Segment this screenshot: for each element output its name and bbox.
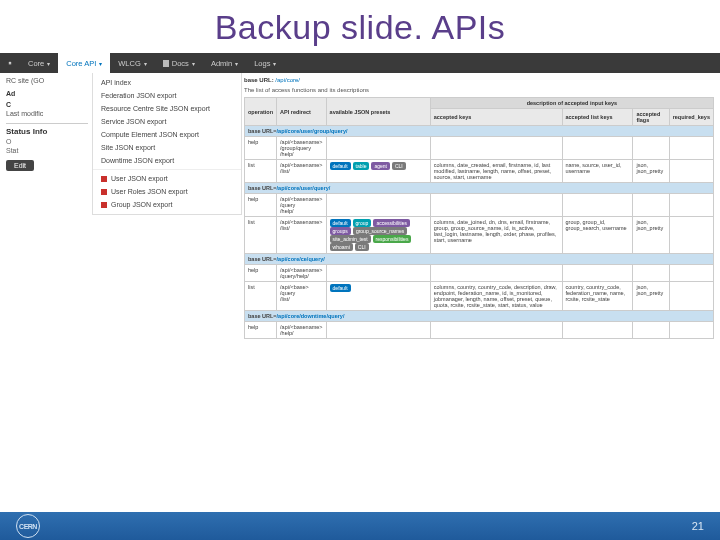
sidebar-status-b: Stat (6, 147, 88, 154)
section-base-url: base URL=/api/core/downtime/query/ (245, 311, 714, 322)
table-row: help/api/<basename> /query/help/ (245, 265, 714, 282)
app-frame: Core▾Core API▾WLCG▾Docs▾Admin▾Logs▾ RC s… (0, 53, 720, 339)
preset-badge[interactable]: site_admin_test (330, 235, 371, 243)
dropdown-item[interactable]: Group JSON export (93, 198, 241, 211)
nav-item-docs[interactable]: Docs▾ (155, 53, 203, 73)
dropdown-item[interactable]: Site JSON export (93, 141, 241, 154)
col-accepted-keys: accepted keys (430, 109, 562, 126)
api-table: operation API redirect available JSON pr… (244, 97, 714, 339)
page-number: 21 (692, 520, 704, 532)
dropdown-item[interactable]: Downtime JSON export (93, 154, 241, 167)
user-icon (101, 202, 107, 208)
table-row: list/api/<basename> /list/defaulttableag… (245, 160, 714, 183)
section-base-url: base URL=/api/core/user/query/ (245, 183, 714, 194)
col-presets: available JSON presets (326, 98, 430, 126)
nav-item-logs[interactable]: Logs▾ (246, 53, 284, 73)
preset-badge[interactable]: table (353, 162, 370, 170)
col-accepted-flags: accepted flags (633, 109, 669, 126)
table-row: help/api/<basename> /help/ (245, 322, 714, 339)
sidebar-heading-c: C (6, 101, 88, 108)
slide-footer: CERN 21 (0, 512, 720, 540)
intro-text: The list of access functions and its des… (244, 87, 714, 93)
chevron-down-icon: ▾ (192, 60, 195, 67)
nav-item-core[interactable]: Core▾ (20, 53, 58, 73)
chevron-down-icon: ▾ (99, 60, 102, 67)
section-link[interactable]: /api/core/downtime/query/ (277, 313, 345, 319)
col-required-keys: required_keys (669, 109, 713, 126)
nav-item-admin[interactable]: Admin▾ (203, 53, 246, 73)
section-link[interactable]: /api/core/user/query/ (277, 185, 331, 191)
table-row: list/api/<base> /query /list/defaultcolu… (245, 282, 714, 311)
table-row: help/api/<basename> /query /help/ (245, 194, 714, 217)
dropdown-item[interactable]: User Roles JSON export (93, 185, 241, 198)
section-link[interactable]: /api/core/user/group/query/ (277, 128, 348, 134)
preset-badge[interactable]: groups (330, 227, 351, 235)
user-icon (101, 176, 107, 182)
dropdown-item[interactable]: API index (93, 76, 241, 89)
preset-badge[interactable]: CLI (392, 162, 406, 170)
user-icon (101, 189, 107, 195)
col-redirect: API redirect (277, 98, 327, 126)
cern-logo-icon: CERN (16, 514, 40, 538)
chevron-down-icon: ▾ (235, 60, 238, 67)
dropdown-item[interactable]: User JSON export (93, 172, 241, 185)
main-content: base URL: /api/core/ The list of access … (242, 73, 720, 339)
section-base-url: base URL=/api/core/user/group/query/ (245, 126, 714, 137)
sidebar-status-title: Status Info (6, 123, 88, 136)
dropdown-item[interactable]: Compute Element JSON export (93, 128, 241, 141)
dropdown-item[interactable]: Federation JSON export (93, 89, 241, 102)
base-url-link[interactable]: /api/core/ (275, 77, 300, 83)
table-row: help/api/<basename> /group/query /help/ (245, 137, 714, 160)
dropdown-item[interactable]: Service JSON export (93, 115, 241, 128)
col-operation: operation (245, 98, 277, 126)
section-base-url: base URL=/api/core/ce/query/ (245, 254, 714, 265)
sidebar-last-mod: Last modific (6, 110, 88, 117)
col-accepted-list-keys: accepted list keys (562, 109, 633, 126)
base-url-line: base URL: /api/core/ (244, 77, 714, 83)
sidebar-heading-ad: Ad (6, 90, 88, 97)
nav-item-wlcg[interactable]: WLCG▾ (110, 53, 155, 73)
preset-badge[interactable]: default (330, 284, 351, 292)
sidebar-status-a: O (6, 138, 88, 145)
preset-badge[interactable]: group (353, 219, 372, 227)
top-nav: Core▾Core API▾WLCG▾Docs▾Admin▾Logs▾ (0, 53, 720, 73)
home-icon[interactable] (0, 53, 20, 73)
preset-badge[interactable]: whoami (330, 243, 353, 251)
chevron-down-icon: ▾ (47, 60, 50, 67)
sidebar-line-rc: RC site (GO (6, 77, 88, 84)
core-api-dropdown: API indexFederation JSON exportResource … (92, 73, 242, 215)
preset-badge[interactable]: accessibilities (373, 219, 410, 227)
chevron-down-icon: ▾ (273, 60, 276, 67)
chevron-down-icon: ▾ (144, 60, 147, 67)
col-group: description of accepted input keys (430, 98, 713, 109)
section-link[interactable]: /api/core/ce/query/ (277, 256, 325, 262)
preset-badge[interactable]: group_source_names (353, 227, 407, 235)
table-row: list/api/<basename> /list/defaultgroupac… (245, 217, 714, 254)
preset-badge[interactable]: responsibilities (373, 235, 412, 243)
slide-title: Backup slide. APIs (0, 0, 720, 53)
edit-button[interactable]: Edit (6, 160, 34, 171)
preset-badge[interactable]: default (330, 219, 351, 227)
doc-icon (163, 60, 169, 67)
preset-badge[interactable]: CLI (355, 243, 369, 251)
dropdown-item[interactable]: Resource Centre Site JSON export (93, 102, 241, 115)
left-sidebar: RC site (GO Ad C Last modific Status Inf… (0, 73, 92, 215)
nav-item-core-api[interactable]: Core API▾ (58, 53, 110, 73)
preset-badge[interactable]: agent (371, 162, 390, 170)
preset-badge[interactable]: default (330, 162, 351, 170)
